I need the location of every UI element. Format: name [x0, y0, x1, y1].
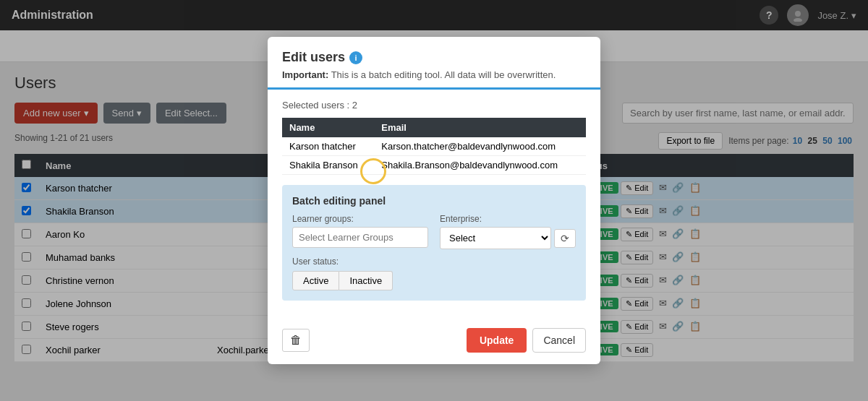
status-row: User status: Active Inactive — [292, 256, 576, 290]
cancel-button[interactable]: Cancel — [532, 328, 586, 353]
user-status-label: User status: — [292, 256, 576, 267]
info-icon: i — [349, 51, 362, 64]
batch-row: Learner groups: Enterprise: Select ⟳ — [292, 214, 576, 249]
selected-user-row: Shakila Branson Shakila.Branson@baldevan… — [282, 156, 586, 175]
sel-user-name: Shakila Branson — [282, 156, 374, 175]
update-button[interactable]: Update — [467, 328, 527, 353]
modal-title: Edit users i — [282, 50, 586, 65]
reset-enterprise-button[interactable]: ⟳ — [554, 229, 576, 248]
edit-users-modal: Edit users i Important: This is a batch … — [268, 37, 600, 364]
selected-user-row: Karson thatcher Karson.thatcher@baldevan… — [282, 137, 586, 156]
learner-groups-label: Learner groups: — [292, 214, 428, 224]
sel-user-name: Karson thatcher — [282, 137, 374, 156]
batch-panel: Batch editing panel Learner groups: Ente… — [282, 185, 586, 301]
modal-warning: Important: This is a batch editing tool.… — [282, 69, 586, 80]
learner-groups-input[interactable] — [292, 227, 428, 248]
selected-users-table: Name Email Karson thatcher Karson.thatch… — [282, 118, 586, 175]
modal-body: Selected users : 2 Name Email Karson tha… — [268, 90, 600, 321]
status-buttons: Active Inactive — [292, 271, 576, 290]
enterprise-row: Select ⟳ — [440, 227, 576, 249]
selected-count: Selected users : 2 — [282, 100, 586, 111]
enterprise-select[interactable]: Select — [440, 227, 551, 249]
learner-groups-col: Learner groups: — [292, 214, 428, 249]
status-inactive-button[interactable]: Inactive — [339, 271, 393, 290]
sel-user-email: Karson.thatcher@baldevandlynwood.com — [374, 137, 586, 156]
sel-col-name: Name — [282, 118, 374, 137]
delete-button[interactable]: 🗑 — [282, 329, 310, 352]
sel-user-email: Shakila.Branson@baldevandlynwood.com — [374, 156, 586, 175]
footer-right: Update Cancel — [467, 328, 586, 353]
modal-overlay: Edit users i Important: This is a batch … — [0, 0, 868, 401]
status-active-button[interactable]: Active — [292, 271, 339, 290]
enterprise-col: Enterprise: Select ⟳ — [440, 214, 576, 249]
trash-icon: 🗑 — [290, 334, 302, 346]
batch-panel-title: Batch editing panel — [292, 195, 576, 207]
modal-header: Edit users i Important: This is a batch … — [268, 37, 600, 90]
modal-footer: 🗑 Update Cancel — [268, 321, 600, 364]
enterprise-label: Enterprise: — [440, 214, 576, 224]
sel-col-email: Email — [374, 118, 586, 137]
